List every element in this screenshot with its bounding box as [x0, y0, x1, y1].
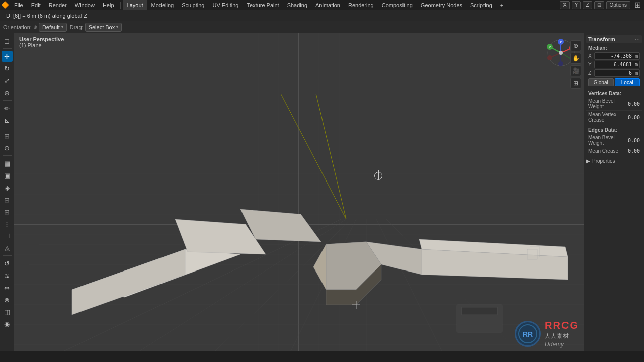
edges-data-header: Edges Data: [586, 126, 642, 134]
menu-file[interactable]: File [10, 0, 27, 10]
tab-layout[interactable]: Layout [123, 0, 147, 10]
mvc-value[interactable]: 0.00 [628, 115, 640, 120]
status-bar: D: [6|] = 6 m (6 m) along global Z [0, 10, 644, 21]
mean-vertex-crease-row: Mean Vertex Crease 0.00 [586, 111, 642, 124]
z-value[interactable]: 6 m [594, 69, 640, 77]
props-panel: Transform ⋯ Median: X -74.308 m Y -6.468… [584, 33, 644, 351]
z-coord-row: Z 6 m [586, 69, 642, 77]
chevron-icon: ▶ [586, 158, 590, 164]
offset-edge-tool[interactable]: ⊞ [2, 206, 13, 217]
zoom-tool[interactable]: ⊕ [570, 40, 581, 51]
extrude-tool[interactable]: ▦ [2, 158, 13, 169]
menu-window[interactable]: Window [71, 0, 99, 10]
transform-header[interactable]: Transform ⋯ [586, 35, 642, 43]
axis-y-top[interactable]: Y [572, 1, 581, 9]
menu-edit[interactable]: Edit [27, 0, 45, 10]
tosphere-tool[interactable]: ◉ [2, 318, 13, 329]
global-button[interactable]: Global [588, 78, 614, 86]
mbw-vertex-label: Mean Bevel Weight [588, 98, 628, 109]
axis-z-top[interactable]: Z [583, 1, 592, 9]
view-icon-top[interactable]: ⊟ [594, 1, 604, 9]
x-value[interactable]: -74.308 m [594, 52, 640, 60]
local-button[interactable]: Local [615, 78, 640, 86]
right-viewport-tools: ⊕ ✋ 🎥 ⊞ [570, 40, 581, 89]
shear-tool[interactable]: ◫ [2, 306, 13, 317]
options-button-top[interactable]: Options [606, 1, 630, 9]
tab-rendering[interactable]: Rendering [344, 0, 378, 10]
mbw-edge-value[interactable]: 0.00 [628, 138, 640, 143]
orientation-dropdown[interactable]: Default ▾ [39, 23, 67, 32]
edges-data-section: Edges Data: Mean Bevel Weight 0.00 Mean … [584, 126, 644, 155]
polyquad-tool[interactable]: ◬ [2, 242, 13, 253]
smooth-tool[interactable]: ≋ [2, 270, 13, 281]
move-tool[interactable]: ✛ [2, 51, 13, 62]
measure-tool[interactable]: ⊾ [2, 115, 13, 126]
origin-tool[interactable]: ⊙ [2, 142, 13, 153]
vertices-data-header: Vertices Data: [586, 89, 642, 97]
3d-viewport[interactable]: User Perspective (1) Plane [14, 33, 584, 351]
mean-crease-row: Mean Crease 0.00 [586, 147, 642, 155]
vertices-data-section: Vertices Data: Mean Bevel Weight 0.00 Me… [584, 89, 644, 124]
tab-scripting[interactable]: Scripting [466, 0, 496, 10]
separator-5 [3, 255, 12, 256]
screen-icon[interactable]: ⊞ [634, 0, 641, 10]
median-label: Median: [586, 44, 642, 52]
loop-cut-tool[interactable]: ⊟ [2, 194, 13, 205]
svg-text:RR: RR [523, 330, 533, 338]
top-menu-bar: 🔶 File Edit Render Window Help Layout Mo… [0, 0, 644, 10]
mc-value[interactable]: 0.00 [628, 148, 640, 154]
mbw-vertex-value[interactable]: 0.00 [628, 101, 640, 107]
svg-text:Y: Y [549, 46, 551, 49]
menu-render[interactable]: Render [45, 0, 71, 10]
transform-section: Transform ⋯ Median: X -74.308 m Y -6.468… [584, 35, 644, 87]
svg-point-53 [558, 61, 564, 66]
tab-sculpting[interactable]: Sculpting [178, 0, 208, 10]
y-value[interactable]: -6.4681 m [594, 61, 640, 68]
separator-3 [3, 128, 12, 128]
shrink-tool[interactable]: ⊗ [2, 294, 13, 305]
properties-dots: ⋯ [637, 158, 642, 164]
orientation-control: Orientation: ⊕ Default ▾ [3, 23, 67, 32]
mvc-label: Mean Vertex Crease [588, 112, 628, 123]
tab-uv-editing[interactable]: UV Editing [208, 0, 243, 10]
tab-geometry-nodes[interactable]: Geometry Nodes [417, 0, 466, 10]
grab-tool[interactable]: ✋ [570, 53, 581, 64]
tab-animation[interactable]: Animation [311, 0, 344, 10]
drag-arrow: ▾ [116, 25, 118, 29]
inset-tool[interactable]: ▣ [2, 170, 13, 181]
annotate-tool[interactable]: ✏ [2, 103, 13, 114]
camera-tool[interactable]: 🎥 [570, 65, 581, 76]
separator-2 [3, 100, 12, 101]
tab-modeling[interactable]: Modeling [147, 0, 178, 10]
svg-rect-39 [462, 307, 497, 315]
bevel-tool[interactable]: ◈ [2, 182, 13, 193]
layers-tool[interactable]: ⊞ [570, 78, 581, 89]
add-tool[interactable]: ⊞ [2, 130, 13, 141]
status-text: D: [6|] = 6 m (6 m) along global Z [6, 13, 87, 19]
tab-texture-paint[interactable]: Texture Paint [243, 0, 283, 10]
scale-tool[interactable]: ⤢ [2, 75, 13, 86]
transform-tool[interactable]: ⊕ [2, 87, 13, 98]
select-tool[interactable]: ◻ [2, 35, 13, 46]
properties-chevron[interactable]: ▶ Properties ⋯ [584, 157, 644, 165]
drag-control: Drag: Select Box ▾ [70, 23, 122, 32]
mc-label: Mean Crease [588, 148, 618, 154]
edge-slide-tool[interactable]: ⇔ [2, 282, 13, 293]
tab-add-button[interactable]: + [496, 0, 507, 10]
toolbar-bar: Orientation: ⊕ Default ▾ Drag: Select Bo… [0, 21, 644, 33]
tab-shading[interactable]: Shading [283, 0, 311, 10]
drag-dropdown[interactable]: Select Box ▾ [85, 23, 122, 32]
knife-tool[interactable]: ⋮ [2, 218, 13, 229]
bisect-tool[interactable]: ⊣ [2, 230, 13, 241]
scene-svg [14, 33, 584, 351]
drag-value: Select Box [89, 24, 115, 30]
menu-help[interactable]: Help [99, 0, 118, 10]
drag-label: Drag: [70, 24, 84, 30]
axis-x-top[interactable]: X [560, 1, 570, 9]
menu-right-icons: X Y Z ⊟ Options ⊞ [560, 0, 644, 10]
spin-tool[interactable]: ↺ [2, 258, 13, 269]
rotate-tool[interactable]: ↻ [2, 63, 13, 74]
tab-compositing[interactable]: Compositing [378, 0, 417, 10]
app-icon: 🔶 [0, 0, 10, 10]
separator-1 [3, 48, 12, 49]
